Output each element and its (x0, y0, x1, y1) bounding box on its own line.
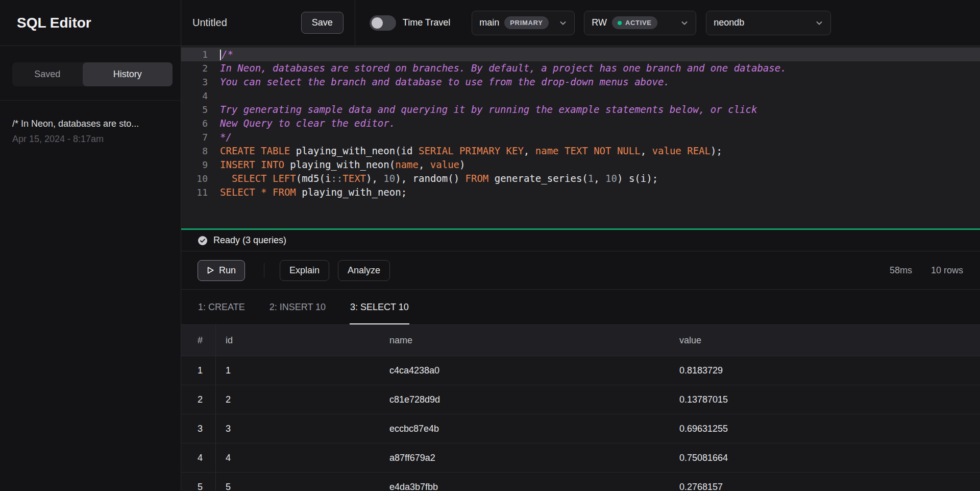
run-button-label: Run (219, 265, 236, 276)
history-list: /* In Neon, databases are sto... Apr 15,… (0, 101, 181, 145)
active-status-label: ACTIVE (625, 19, 652, 27)
code-line-content: */ (220, 130, 232, 144)
line-number: 10 (181, 172, 208, 185)
code-editor: 1/*2In Neon, databases are stored on bra… (181, 46, 980, 228)
table-row[interactable]: 22c81e728d9d0.13787015 (181, 385, 980, 414)
line-number: 6 (181, 116, 208, 130)
compute-select-value: RW (592, 17, 607, 28)
actions-divider (264, 263, 264, 277)
code-line-6[interactable]: 6New Query to clear the editor. (181, 116, 980, 130)
code-line-3[interactable]: 3You can select the branch and database … (181, 75, 980, 89)
cell-name: c4ca4238a0 (389, 356, 679, 385)
chevron-down-icon (815, 18, 824, 28)
code-line-10[interactable]: 10 SELECT LEFT(md5(i::TEXT), 10), random… (181, 172, 980, 185)
main-panel: Untitled Save Time Travel main PRIMARY R… (181, 0, 980, 491)
cell-name: c81e728d9d (389, 385, 679, 414)
sql-editor-app: SQL Editor Saved History /* In Neon, dat… (0, 0, 980, 491)
code-area: 1/*2In Neon, databases are stored on bra… (181, 48, 980, 199)
line-number: 1 (181, 48, 208, 61)
cell-index: 4 (181, 443, 216, 472)
cell-id: 3 (216, 414, 389, 443)
saved-history-segmented-control: Saved History (12, 62, 173, 86)
compute-select[interactable]: RW ACTIVE (584, 11, 696, 35)
table-row[interactable]: 55e4da3b7fbb0.2768157 (181, 473, 980, 491)
code-line-content: /* (220, 48, 233, 61)
topbar: Untitled Save Time Travel main PRIMARY R… (181, 0, 980, 46)
code-line-4[interactable]: 4 (181, 89, 980, 103)
code-line-5[interactable]: 5Try generating sample data and querying… (181, 103, 980, 116)
play-icon (207, 266, 214, 274)
save-button[interactable]: Save (301, 12, 344, 34)
code-line-content: You can select the branch and database t… (220, 75, 670, 89)
query-title[interactable]: Untitled (192, 17, 227, 29)
cell-value: 0.13787015 (679, 385, 980, 414)
chevron-down-icon (558, 18, 568, 28)
code-line-content: In Neon, databases are stored on branche… (220, 61, 787, 75)
chevron-down-icon (680, 18, 689, 28)
database-select-value: neondb (714, 17, 744, 28)
code-line-content: New Query to clear the editor. (220, 116, 395, 130)
code-line-2[interactable]: 2In Neon, databases are stored on branch… (181, 61, 980, 75)
header-cell-id: id (216, 325, 389, 356)
table-row[interactable]: 33eccbc87e4b0.69631255 (181, 414, 980, 443)
line-number: 3 (181, 75, 208, 89)
cell-index: 3 (181, 414, 216, 443)
cell-index: 5 (181, 473, 216, 491)
code-line-content: INSERT INTO playing_with_neon(name, valu… (220, 158, 465, 172)
code-line-content: SELECT LEFT(md5(i::TEXT), 10), random() … (220, 172, 658, 185)
text-cursor (220, 50, 221, 60)
results-body: 11c4ca4238a00.818372922c81e728d9d0.13787… (181, 356, 980, 491)
time-travel-toggle[interactable] (370, 15, 396, 31)
sidebar-tabs: Saved History (0, 46, 181, 101)
status-bar: Ready (3 queries) (181, 230, 980, 251)
results-header: #idnamevalue (181, 325, 980, 356)
topbar-divider (355, 0, 355, 46)
active-status-dot (618, 21, 622, 25)
tab-saved[interactable]: Saved (12, 62, 83, 86)
header-cell-name: name (389, 325, 679, 356)
line-number: 11 (181, 185, 208, 199)
result-tab-3[interactable]: 3: SELECT 10 (350, 290, 409, 324)
cell-name: e4da3b7fbb (389, 473, 679, 491)
tab-history[interactable]: History (83, 62, 173, 86)
line-number: 8 (181, 144, 208, 158)
code-line-9[interactable]: 9INSERT INTO playing_with_neon(name, val… (181, 158, 980, 172)
table-row[interactable]: 11c4ca4238a00.8183729 (181, 356, 980, 385)
table-row[interactable]: 44a87ff679a20.75081664 (181, 443, 980, 473)
code-line-11[interactable]: 11SELECT * FROM playing_with_neon; (181, 185, 980, 199)
cell-id: 4 (216, 443, 389, 472)
cell-value: 0.75081664 (679, 443, 980, 472)
code-line-1[interactable]: 1/* (181, 48, 980, 61)
cell-value: 0.69631255 (679, 414, 980, 443)
toggle-knob (372, 17, 383, 29)
time-travel-label: Time Travel (403, 17, 450, 28)
run-button[interactable]: Run (198, 260, 245, 281)
code-line-content: CREATE TABLE playing_with_neon(id SERIAL… (220, 144, 722, 158)
result-row-count: 10 rows (931, 265, 963, 276)
cell-index: 2 (181, 385, 216, 414)
history-list-item[interactable]: /* In Neon, databases are sto... Apr 15,… (0, 119, 181, 145)
branch-select[interactable]: main PRIMARY (472, 11, 575, 35)
result-tab-1[interactable]: 1: CREATE (198, 290, 246, 324)
sidebar-header: SQL Editor (0, 0, 181, 46)
database-select[interactable]: neondb (706, 11, 831, 35)
history-item-timestamp: Apr 15, 2024 - 8:17am (12, 134, 168, 145)
result-tab-2[interactable]: 2: INSERT 10 (269, 290, 326, 324)
header-cell-index: # (181, 325, 216, 356)
sidebar: SQL Editor Saved History /* In Neon, dat… (0, 0, 181, 491)
page-title: SQL Editor (17, 15, 91, 31)
line-number: 9 (181, 158, 208, 172)
status-message: Ready (3 queries) (213, 235, 286, 246)
branch-select-value: main (479, 17, 499, 28)
cell-name: eccbc87e4b (389, 414, 679, 443)
code-line-8[interactable]: 8CREATE TABLE playing_with_neon(id SERIA… (181, 144, 980, 158)
query-duration: 58ms (890, 265, 912, 276)
line-number: 5 (181, 103, 208, 116)
line-number: 2 (181, 61, 208, 75)
code-line-content: SELECT * FROM playing_with_neon; (220, 185, 407, 199)
analyze-button[interactable]: Analyze (338, 260, 390, 281)
ready-check-icon (198, 236, 208, 246)
explain-button[interactable]: Explain (280, 260, 329, 281)
code-line-7[interactable]: 7*/ (181, 130, 980, 144)
code-line-content: Try generating sample data and querying … (220, 103, 757, 116)
